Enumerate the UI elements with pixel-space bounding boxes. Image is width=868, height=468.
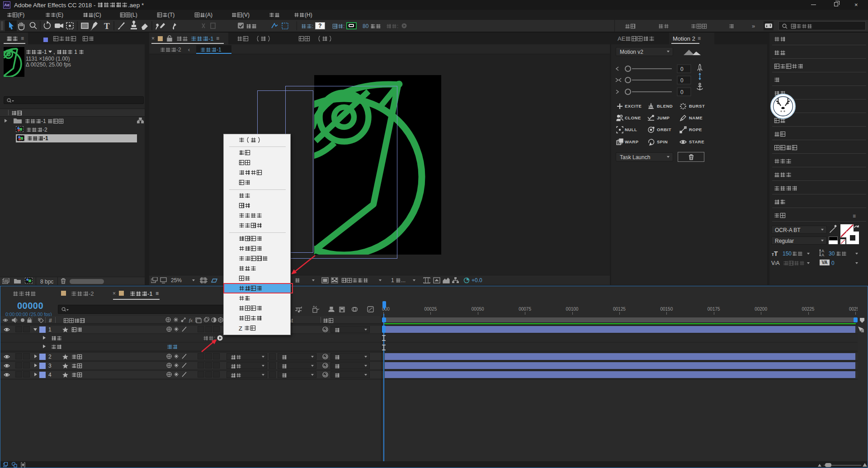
svg-text:T: T [104,21,110,31]
svg-text:A: A [821,253,824,257]
svg-text:0: 0 [680,66,684,72]
svg-text:fx: fx [189,317,193,323]
svg-text:0: 0 [680,77,684,84]
svg-text:0: 0 [680,89,684,95]
